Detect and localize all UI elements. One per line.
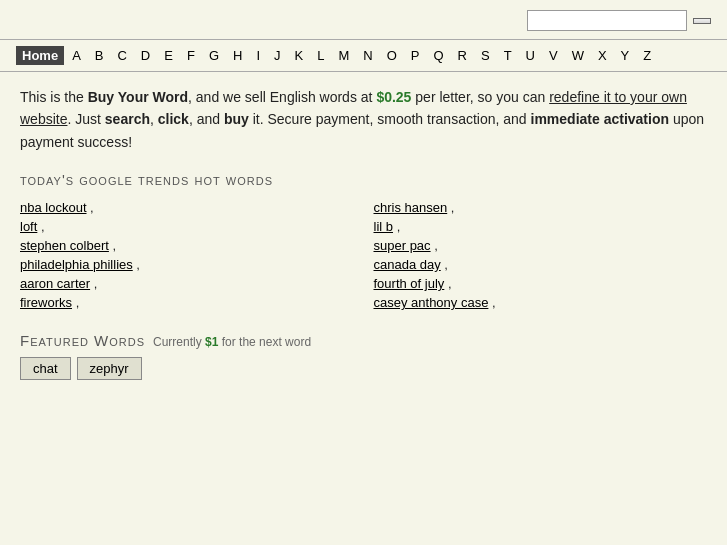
nav-item-t[interactable]: T <box>498 46 518 65</box>
nav-item-j[interactable]: J <box>268 46 287 65</box>
trend-item: chris hansen , <box>374 198 708 217</box>
nav-item-s[interactable]: S <box>475 46 496 65</box>
header-right <box>521 10 711 31</box>
trend-link[interactable]: fourth of july <box>374 276 445 291</box>
nav-item-p[interactable]: P <box>405 46 426 65</box>
lookup-button[interactable] <box>693 18 711 24</box>
nav-item-u[interactable]: U <box>520 46 541 65</box>
nav-item-n[interactable]: N <box>357 46 378 65</box>
trend-link[interactable]: nba lockout <box>20 200 87 215</box>
featured-subtext: Currently $1 for the next word <box>153 335 311 349</box>
nav-item-m[interactable]: M <box>332 46 355 65</box>
price-display: $0.25 <box>376 89 411 105</box>
trends-grid: nba lockout ,loft ,stephen colbert ,phil… <box>20 198 707 312</box>
trends-section: Today's Google Trends Hot Words nba lock… <box>20 171 707 312</box>
nav-item-x[interactable]: X <box>592 46 613 65</box>
nav-item-r[interactable]: R <box>452 46 473 65</box>
nav-item-a[interactable]: A <box>66 46 87 65</box>
trend-link[interactable]: fireworks <box>20 295 72 310</box>
nav-item-v[interactable]: V <box>543 46 564 65</box>
trend-link[interactable]: stephen colbert <box>20 238 109 253</box>
intro-text-before: This is the <box>20 89 88 105</box>
buy-bold: buy <box>224 111 249 127</box>
featured-words-list: chatzephyr <box>20 357 707 380</box>
nav-item-b[interactable]: B <box>89 46 110 65</box>
trend-link[interactable]: canada day <box>374 257 441 272</box>
nav-item-home[interactable]: Home <box>16 46 64 65</box>
header <box>0 0 727 40</box>
nav-item-y[interactable]: Y <box>615 46 636 65</box>
nav: HomeABCDEFGHIJKLMNOPQRSTUVWXYZ <box>0 40 727 72</box>
featured-word-button[interactable]: zephyr <box>77 357 142 380</box>
trend-item: lil b , <box>374 217 708 236</box>
nav-item-e[interactable]: E <box>158 46 179 65</box>
trend-item: stephen colbert , <box>20 236 354 255</box>
trend-item: casey anthony case , <box>374 293 708 312</box>
trend-link[interactable]: chris hansen <box>374 200 448 215</box>
nav-item-l[interactable]: L <box>311 46 330 65</box>
trend-item: super pac , <box>374 236 708 255</box>
featured-section: Featured Words Currently $1 for the next… <box>20 332 707 380</box>
nav-item-q[interactable]: Q <box>427 46 449 65</box>
nav-item-z[interactable]: Z <box>637 46 657 65</box>
trend-link[interactable]: lil b <box>374 219 394 234</box>
site-name-bold: Buy Your Word <box>88 89 188 105</box>
intro-text: This is the Buy Your Word, and we sell E… <box>20 86 707 153</box>
trend-link[interactable]: aaron carter <box>20 276 90 291</box>
nav-item-h[interactable]: H <box>227 46 248 65</box>
lookup-input[interactable] <box>527 10 687 31</box>
featured-heading: Featured Words <box>20 332 145 349</box>
trend-item: aaron carter , <box>20 274 354 293</box>
nav-item-i[interactable]: I <box>250 46 266 65</box>
trends-left-column: nba lockout ,loft ,stephen colbert ,phil… <box>20 198 354 312</box>
trend-item: fireworks , <box>20 293 354 312</box>
trend-item: philadelphia phillies , <box>20 255 354 274</box>
click-bold: click <box>158 111 189 127</box>
nav-item-f[interactable]: F <box>181 46 201 65</box>
nav-item-w[interactable]: W <box>566 46 590 65</box>
search-bold: search <box>105 111 150 127</box>
immediate-activation-bold: immediate activation <box>531 111 670 127</box>
nav-item-d[interactable]: D <box>135 46 156 65</box>
trend-item: canada day , <box>374 255 708 274</box>
trend-item: fourth of july , <box>374 274 708 293</box>
featured-price: $1 <box>205 335 218 349</box>
main-content: This is the Buy Your Word, and we sell E… <box>0 72 727 394</box>
trend-link[interactable]: philadelphia phillies <box>20 257 133 272</box>
trend-item: nba lockout , <box>20 198 354 217</box>
trends-right-column: chris hansen ,lil b ,super pac ,canada d… <box>374 198 708 312</box>
featured-heading-row: Featured Words Currently $1 for the next… <box>20 332 707 349</box>
nav-item-o[interactable]: O <box>381 46 403 65</box>
trend-link[interactable]: super pac <box>374 238 431 253</box>
nav-item-c[interactable]: C <box>111 46 132 65</box>
nav-item-k[interactable]: K <box>289 46 310 65</box>
trend-link[interactable]: loft <box>20 219 37 234</box>
trend-item: loft , <box>20 217 354 236</box>
intro-text-middle: , and we sell English words at <box>188 89 376 105</box>
nav-item-g[interactable]: G <box>203 46 225 65</box>
trends-heading: Today's Google Trends Hot Words <box>20 171 707 188</box>
featured-word-button[interactable]: chat <box>20 357 71 380</box>
trend-link[interactable]: casey anthony case <box>374 295 489 310</box>
